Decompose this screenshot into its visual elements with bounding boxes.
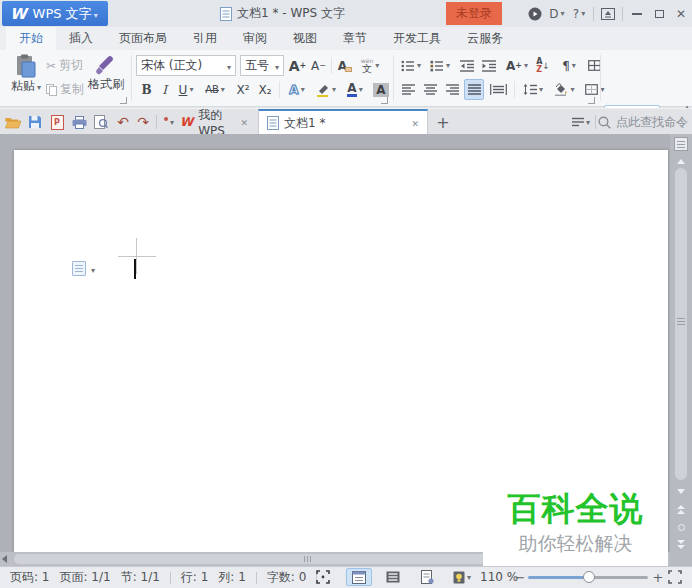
undo-button[interactable]: ↶ xyxy=(114,113,132,131)
align-left-icon xyxy=(402,84,415,95)
printer-icon xyxy=(72,116,87,129)
work-circle-icon[interactable] xyxy=(524,3,546,25)
tab-page-layout[interactable]: 页面布局 xyxy=(106,27,180,50)
login-button[interactable]: 未登录 xyxy=(446,2,502,25)
status-column[interactable]: 列: 1 xyxy=(218,569,246,586)
tab-references[interactable]: 引用 xyxy=(180,27,230,50)
font-dialog-launcher[interactable] xyxy=(381,97,388,104)
tab-list-button[interactable] xyxy=(572,113,590,131)
align-left-button[interactable] xyxy=(398,79,418,100)
bullets-button[interactable] xyxy=(398,55,424,76)
decrease-indent-button[interactable] xyxy=(457,55,477,76)
clear-format-button[interactable]: A xyxy=(335,55,355,76)
tab-developer[interactable]: 开发工具 xyxy=(380,27,454,50)
tab-section[interactable]: 章节 xyxy=(330,27,380,50)
eye-protection-button[interactable] xyxy=(446,568,478,586)
bold-button[interactable]: B xyxy=(138,79,155,100)
status-page-number[interactable]: 页码: 1 xyxy=(10,569,50,586)
shading-button[interactable] xyxy=(550,79,578,100)
skin-center-button[interactable]: D xyxy=(546,3,568,25)
font-color-button[interactable]: A xyxy=(342,79,368,100)
underline-button[interactable]: U xyxy=(174,79,198,100)
zoom-slider-handle[interactable] xyxy=(583,571,595,583)
format-painter-button[interactable]: 格式刷 xyxy=(86,54,126,93)
scroll-up-button[interactable] xyxy=(670,154,692,169)
italic-button[interactable]: I xyxy=(157,79,172,100)
smart-tag-button[interactable] xyxy=(72,261,95,276)
print-button[interactable] xyxy=(70,113,88,131)
close-button[interactable] xyxy=(670,3,692,25)
next-page-button[interactable] xyxy=(670,537,692,552)
distribute-button[interactable] xyxy=(486,79,510,100)
status-word-count[interactable]: 字数: 0 xyxy=(267,569,307,586)
sort-button[interactable]: A Z ↓ xyxy=(533,55,553,76)
print-preview-button[interactable] xyxy=(92,113,110,131)
tab-document1[interactable]: 文档1 * xyxy=(258,109,428,135)
char-scale-button[interactable]: A+ xyxy=(503,55,531,76)
numbering-button[interactable] xyxy=(427,55,453,76)
redo-button[interactable]: ↷ xyxy=(134,113,152,131)
superscript-button[interactable]: X² xyxy=(233,79,253,100)
zoom-in-button[interactable]: + xyxy=(650,566,666,588)
cut-button[interactable]: ✂ 剪切 xyxy=(46,57,83,74)
font-size-select[interactable]: 五号 xyxy=(240,55,284,76)
justify-button[interactable] xyxy=(464,79,484,100)
subscript-button[interactable]: X₂ xyxy=(255,79,275,100)
status-section[interactable]: 节: 1/1 xyxy=(121,569,160,586)
save-button[interactable] xyxy=(26,113,44,131)
vertical-scroll-thumb[interactable] xyxy=(675,168,687,480)
read-layout-button[interactable] xyxy=(414,568,440,586)
tab-view[interactable]: 视图 xyxy=(280,27,330,50)
vertical-scrollbar[interactable] xyxy=(670,134,692,566)
previous-page-button[interactable] xyxy=(670,502,692,517)
grid-icon xyxy=(588,60,601,71)
status-pages[interactable]: 页面: 1/1 xyxy=(60,569,111,586)
fit-page-button[interactable] xyxy=(668,570,682,584)
tab-my-wps[interactable]: W 我的WPS xyxy=(172,109,256,135)
text-effects-button[interactable]: A xyxy=(284,79,310,100)
grow-font-button[interactable]: A+ xyxy=(288,55,307,76)
align-center-button[interactable] xyxy=(420,79,440,100)
minimize-button[interactable] xyxy=(626,3,648,25)
clipboard-dialog-launcher[interactable] xyxy=(120,97,127,104)
shrink-font-button[interactable]: A− xyxy=(309,55,328,76)
strikethrough-button[interactable]: AB xyxy=(200,79,230,100)
export-pdf-button[interactable]: P xyxy=(48,113,66,131)
line-spacing-button[interactable] xyxy=(519,79,547,100)
tab-review[interactable]: 审阅 xyxy=(230,27,280,50)
collapse-ribbon-button[interactable] xyxy=(597,3,619,25)
ruler-toggle-button[interactable] xyxy=(674,137,688,151)
close-tab-icon[interactable] xyxy=(240,115,248,129)
tab-cloud[interactable]: 云服务 xyxy=(454,27,516,50)
pinyin-guide-button[interactable]: wén 文 xyxy=(357,55,383,76)
borders-button[interactable] xyxy=(581,79,609,100)
align-right-button[interactable] xyxy=(442,79,462,100)
close-tab-icon[interactable] xyxy=(411,116,419,130)
tab-home[interactable]: 开始 xyxy=(6,27,56,50)
table-grid-button[interactable] xyxy=(584,55,604,76)
open-button[interactable] xyxy=(4,113,22,131)
paste-button[interactable]: 粘贴 xyxy=(8,54,44,95)
tab-insert[interactable]: 插入 xyxy=(56,27,106,50)
select-browse-object-button[interactable] xyxy=(670,520,692,535)
zoom-out-button[interactable]: − xyxy=(512,566,528,588)
justify-icon xyxy=(468,84,481,95)
copy-button[interactable]: 复制 xyxy=(46,81,84,98)
help-button[interactable]: ? xyxy=(568,3,590,25)
highlight-color-button[interactable] xyxy=(312,79,340,100)
command-search[interactable]: 点此查找命令 xyxy=(598,113,688,131)
maximize-button[interactable] xyxy=(648,3,670,25)
new-tab-button[interactable] xyxy=(434,113,452,131)
paragraph-dialog-launcher[interactable] xyxy=(588,97,595,104)
titlebar-controls: D ? xyxy=(524,0,692,27)
font-family-select[interactable]: 宋体 (正文) xyxy=(136,55,236,76)
outline-view-button[interactable] xyxy=(380,568,406,586)
wps-app-menu-button[interactable]: W WPS 文字 xyxy=(2,1,108,26)
status-line[interactable]: 行: 1 xyxy=(181,569,209,586)
selection-mode-icon[interactable] xyxy=(316,570,330,584)
scroll-left-button[interactable] xyxy=(2,555,7,563)
page-view-button[interactable] xyxy=(346,568,372,586)
increase-indent-button[interactable] xyxy=(479,55,499,76)
show-marks-button[interactable]: ¶ xyxy=(556,55,582,76)
scroll-down-button[interactable] xyxy=(670,484,692,499)
